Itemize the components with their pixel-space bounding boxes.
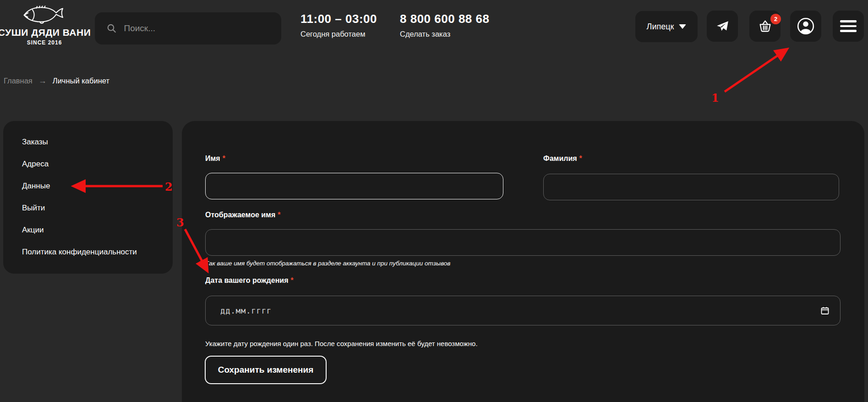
cart-button[interactable]: 2 (749, 11, 781, 42)
sidebar-item-data[interactable]: Данные (22, 182, 164, 189)
required-asterisk: * (579, 154, 582, 162)
breadcrumb-home[interactable]: Главная (4, 77, 33, 85)
birth-date-hint: Укажите дату рождения один раз. После со… (205, 340, 478, 347)
last-name-input[interactable] (543, 174, 839, 200)
sidebar-item-addresses[interactable]: Адреса (22, 160, 164, 167)
site-logo[interactable]: СУШИ ДЯДИ ВАНИ SINCE 2016 (3, 5, 86, 46)
sidebar-item-privacy[interactable]: Политика конфиденциальности (22, 248, 164, 255)
search-icon (107, 23, 117, 34)
fish-logo-icon (22, 5, 66, 26)
breadcrumb-current: Личный кабинет (53, 77, 109, 85)
menu-button[interactable] (833, 11, 864, 42)
cart-count-badge: 2 (770, 14, 781, 24)
phone-number[interactable]: 8 800 600 88 68 (400, 12, 489, 26)
display-name-label: Отображаемое имя* (205, 211, 281, 219)
sidebar-item-logout[interactable]: Выйти (22, 204, 164, 211)
required-asterisk: * (278, 211, 280, 219)
city-label: Липецк (647, 22, 674, 32)
breadcrumb-arrow-icon: → (38, 76, 47, 86)
first-name-label: Имя* (205, 154, 225, 163)
last-name-label: Фамилия* (543, 154, 582, 163)
telegram-button[interactable] (707, 11, 738, 42)
profile-button[interactable] (790, 11, 821, 42)
birth-date-label: Дата вашего рождения* (205, 276, 294, 285)
logo-title: СУШИ ДЯДИ ВАНИ (0, 27, 91, 38)
profile-icon (797, 17, 815, 35)
telegram-icon (715, 19, 729, 33)
working-hours: 11:00 – 03:00 Сегодня работаем (300, 12, 377, 39)
required-asterisk: * (223, 154, 225, 162)
page: СУШИ ДЯДИ ВАНИ SINCE 2016 11:00 – 03:00 … (0, 0, 868, 402)
birth-date-field (205, 296, 841, 325)
birth-date-input[interactable] (205, 296, 841, 325)
search-box (95, 12, 281, 44)
annotation-arrow-1 (725, 50, 786, 92)
display-name-input[interactable] (205, 229, 841, 256)
sidebar-item-orders[interactable]: Заказы (22, 138, 164, 145)
annotation-number-1: 1 (711, 91, 719, 105)
first-name-input[interactable] (205, 173, 503, 199)
sidebar-item-promos[interactable]: Акции (22, 226, 164, 233)
profile-form-panel: Имя* Фамилия* Отображаемое имя* Так ваше… (182, 121, 864, 402)
city-selector[interactable]: Липецк (635, 11, 698, 42)
calendar-icon[interactable] (820, 306, 830, 315)
phone-label: Сделать заказ (400, 30, 489, 39)
working-hours-time: 11:00 – 03:00 (300, 12, 377, 26)
save-button[interactable]: Сохранить изменения (205, 356, 327, 384)
account-sidebar: Заказы Адреса Данные Выйти Акции Политик… (3, 121, 173, 274)
display-name-hint: Так ваше имя будет отображаться в раздел… (205, 260, 450, 267)
working-hours-label: Сегодня работаем (300, 30, 377, 39)
chevron-down-icon (679, 24, 686, 29)
required-asterisk: * (290, 276, 293, 284)
hamburger-icon (840, 20, 857, 32)
breadcrumb: Главная → Личный кабинет (4, 76, 109, 86)
basket-icon (758, 19, 772, 33)
logo-subtitle: SINCE 2016 (27, 39, 62, 46)
phone-block: 8 800 600 88 68 Сделать заказ (400, 12, 489, 39)
search-input[interactable] (124, 23, 273, 33)
